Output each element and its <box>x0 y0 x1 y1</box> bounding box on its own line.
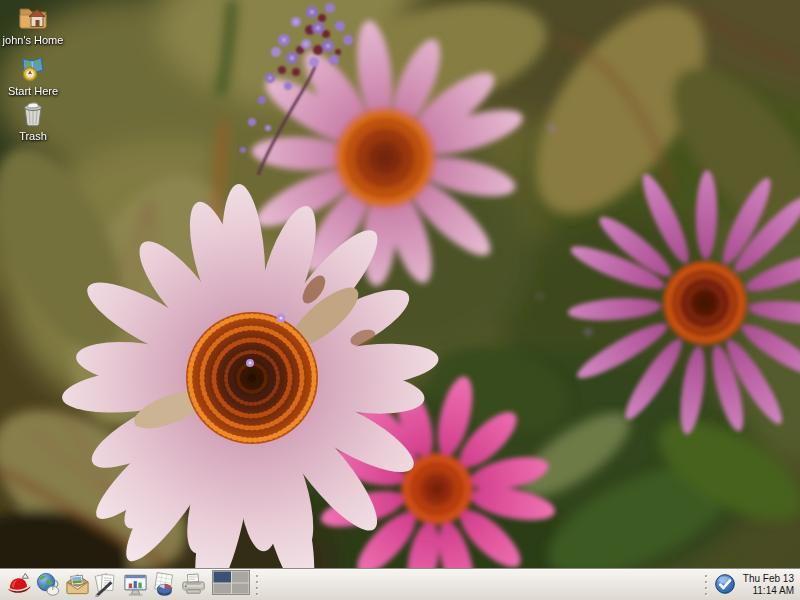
trash-can-icon <box>21 100 45 127</box>
workspace-4[interactable] <box>232 584 249 594</box>
desktop-icon-label: Start Here <box>8 85 58 97</box>
printer-icon <box>180 571 207 598</box>
workspace-switcher <box>212 570 250 599</box>
workspace-3[interactable] <box>214 584 232 594</box>
red-hat-menu-icon <box>6 571 33 598</box>
update-notifier-button[interactable] <box>713 573 737 597</box>
clock-date: Thu Feb 13 <box>743 573 794 585</box>
panel-drag-handle-right[interactable] <box>703 572 711 598</box>
globe-with-mouse-browser-icon <box>35 571 62 598</box>
workspace-1[interactable] <box>214 572 232 583</box>
desktop-icon-johns-home[interactable]: john's Home <box>0 3 66 46</box>
email-launcher[interactable] <box>63 570 92 599</box>
desktop-icon-label: john's Home <box>3 34 64 46</box>
desktop: john's Home Start Here Trash <box>0 0 800 600</box>
start-here-map-compass-icon <box>20 56 46 82</box>
sheet-pie-chart-spreadsheet-icon <box>151 571 178 598</box>
bottom-panel: Thu Feb 13 11:14 AM <box>0 568 800 600</box>
main-menu-button[interactable] <box>5 570 34 599</box>
documents-with-pen-writer-icon <box>93 571 120 598</box>
drag-handle-dots-icon <box>254 572 261 597</box>
printer-launcher[interactable] <box>179 570 208 599</box>
presentation-launcher[interactable] <box>121 570 150 599</box>
desktop-icon-start-here[interactable]: Start Here <box>0 56 66 97</box>
home-folder-icon <box>17 3 49 31</box>
word-processor-launcher[interactable] <box>92 570 121 599</box>
desktop-icon-trash[interactable]: Trash <box>0 100 66 142</box>
slide-bar-chart-presentation-icon <box>122 571 149 598</box>
panel-drag-handle-left[interactable] <box>253 572 261 598</box>
clock[interactable]: Thu Feb 13 11:14 AM <box>741 573 796 596</box>
blue-check-update-notifier-icon <box>714 573 736 595</box>
workspace-2[interactable] <box>232 572 249 583</box>
clock-time: 11:14 AM <box>752 585 794 597</box>
spreadsheet-launcher[interactable] <box>150 570 179 599</box>
wallpaper-photo <box>0 0 800 568</box>
envelope-with-photo-mail-icon <box>64 571 91 598</box>
web-browser-launcher[interactable] <box>34 570 63 599</box>
drag-handle-dots-icon <box>703 572 710 597</box>
desktop-icon-label: Trash <box>19 130 47 142</box>
